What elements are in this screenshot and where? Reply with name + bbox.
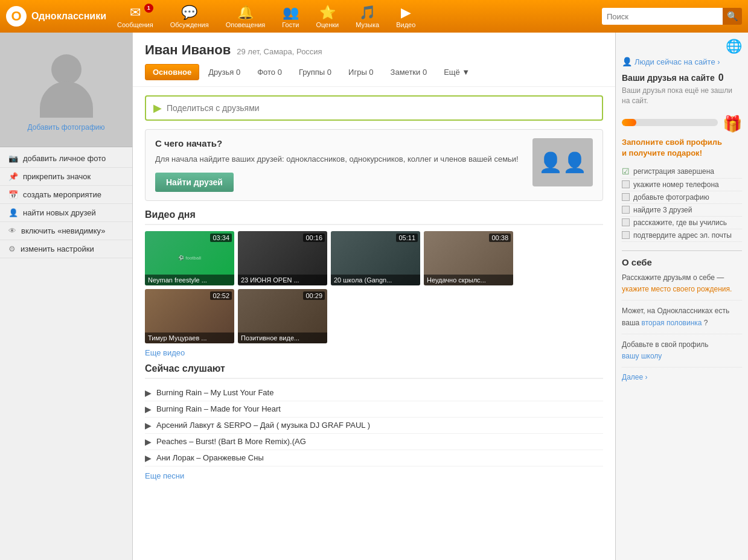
about-link-partner[interactable]: вторая половинка [642, 319, 702, 327]
progress-section: 🎁 Заполните свой профиль и получите пода… [622, 115, 742, 159]
about-link-school[interactable]: вашу школу [622, 352, 662, 360]
nav-item-video[interactable]: ▶ Видео [388, 2, 424, 31]
fill-profile-text: Заполните свой профиль и получите подаро… [622, 137, 742, 159]
friends-on-site-label: Ваши друзья на сайте [622, 73, 715, 83]
play-icon-3[interactable]: ▶ [145, 421, 152, 430]
video-grid: ⚽ football 03:34 Neyman freestyle ... 00… [145, 231, 603, 343]
about-more-link[interactable]: Далее › [622, 373, 647, 381]
get-started-image: 👤👤 [532, 138, 593, 186]
video-duration-1: 03:34 [210, 234, 232, 242]
play-icon-5[interactable]: ▶ [145, 453, 152, 463]
left-sidebar: Добавить фотографию 📷 добавить личное фо… [0, 33, 133, 560]
about-link-birthplace[interactable]: укажите место своего рождения. [622, 285, 732, 293]
notifications-icon: 🔔 [237, 5, 254, 21]
checklist-item-email: подтвердите адрес эл. почты [622, 229, 742, 242]
camera-icon: 📷 [8, 154, 18, 163]
play-icon-2[interactable]: ▶ [145, 404, 152, 414]
share-input[interactable] [167, 103, 595, 113]
people-icon: 👤 [622, 57, 632, 66]
search-area: 🔍 [602, 8, 742, 25]
music-section-title: Сейчас слушают [145, 363, 603, 379]
nav-item-music[interactable]: 🎵 Музыка [347, 2, 388, 31]
video-label-2: 23 ИЮНЯ OPEN ... [238, 275, 327, 285]
video-thumb-3[interactable]: 05:11 20 школа (Gangn... [331, 231, 420, 285]
menu-item-pin-badge[interactable]: 📌 прикрепить значок [0, 168, 132, 186]
tab-more[interactable]: Ещё ▼ [436, 64, 478, 80]
video-thumb-1[interactable]: ⚽ football 03:34 Neyman freestyle ... [145, 231, 234, 285]
video-duration-4: 00:38 [489, 234, 511, 242]
nav-item-ratings[interactable]: ⭐ Оценки [307, 2, 347, 31]
video-label-6: Позитивное виде... [238, 332, 327, 343]
left-menu: 📷 добавить личное фото 📌 прикрепить знач… [0, 147, 132, 261]
progress-bar-outer [622, 119, 718, 126]
track-4: ▶ Peaches – Burst! (Bart B More Remix).(… [145, 434, 603, 450]
menu-item-find-friends[interactable]: 👤 найти новых друзей [0, 204, 132, 222]
tab-friends[interactable]: Друзья 0 [200, 64, 248, 80]
messages-badge: 1 [144, 4, 153, 13]
nav-item-guests[interactable]: 👥 Гости [273, 2, 307, 31]
about-block-2: Может, на Одноклассниках есть ваша втора… [622, 305, 742, 334]
online-people-link[interactable]: 👤 Люди сейчас на сайте › [622, 57, 742, 66]
play-icon-4[interactable]: ▶ [145, 437, 152, 447]
nav-item-notifications[interactable]: 🔔 Оповещения [217, 2, 274, 31]
checkbox-friends-icon [622, 206, 630, 214]
profile-name: Иван Иванов [145, 42, 231, 58]
check-done-icon: ☑ [622, 167, 630, 176]
friends-count: 0 [718, 72, 724, 83]
video-section: Видео дня ⚽ football 03:34 Neyman freest… [145, 209, 603, 357]
more-songs-link[interactable]: Еще песни [145, 471, 603, 480]
top-nav: О Одноклассники ✉ 1 Сообщения 💬 Обсужден… [0, 0, 748, 33]
video-duration-3: 05:11 [396, 234, 418, 242]
video-nav-icon: ▶ [401, 5, 411, 21]
nav-item-messages[interactable]: ✉ 1 Сообщения [109, 2, 162, 31]
menu-item-invisible[interactable]: 👁 включить «невидимку» [0, 222, 132, 240]
video-thumb-2[interactable]: 00:16 23 ИЮНЯ OPEN ... [238, 231, 327, 285]
get-started-box: С чего начать? Для начала найдите ваших … [145, 129, 603, 201]
find-friends-button[interactable]: Найти друзей [155, 173, 234, 192]
menu-item-create-event[interactable]: 📅 создать мероприятие [0, 186, 132, 204]
about-block-3: Добавьте в свой профиль вашу школу [622, 339, 742, 368]
track-5: ▶ Ани Лорак – Оранжевые Сны [145, 450, 603, 466]
tab-notes[interactable]: Заметки 0 [383, 64, 435, 80]
gift-icon: 🎁 [723, 115, 742, 133]
tab-main[interactable]: Основное [145, 64, 199, 80]
video-thumb-4[interactable]: 00:38 Неудачно скрылс... [424, 231, 513, 285]
video-thumb-6[interactable]: 00:29 Позитивное виде... [238, 289, 327, 343]
discussions-icon: 💬 [181, 5, 197, 21]
profile-tabs: Основное Друзья 0 Фото 0 Группы 0 Игры 0… [145, 64, 603, 80]
user-icon: 👤 [8, 208, 18, 217]
music-section: Сейчас слушают ▶ Burning Rain – My Lust … [145, 363, 603, 480]
logo[interactable]: О Одноклассники [6, 6, 109, 27]
logo-icon: О [6, 6, 27, 27]
eye-icon: 👁 [8, 226, 16, 235]
main-nav: ✉ 1 Сообщения 💬 Обсуждения 🔔 Оповещения … [109, 2, 602, 31]
more-videos-link[interactable]: Еще видео [145, 348, 603, 357]
get-started-description: Для начала найдите ваших друзей: однокла… [155, 153, 520, 165]
profile-meta: 29 лет, Самара, Россия [237, 47, 322, 56]
add-photo-link[interactable]: Добавить фотографию [28, 123, 105, 132]
menu-item-add-photo[interactable]: 📷 добавить личное фото [0, 150, 132, 168]
video-duration-2: 00:16 [303, 234, 325, 242]
checklist-item-photo: добавьте фотографию [622, 191, 742, 204]
tab-photos[interactable]: Фото 0 [249, 64, 290, 80]
tab-games[interactable]: Игры 0 [340, 64, 382, 80]
menu-item-settings[interactable]: ⚙ изменить настройки [0, 240, 132, 258]
tab-groups[interactable]: Группы 0 [291, 64, 339, 80]
checklist-item-reg: ☑ регистрация завершена [622, 165, 742, 179]
checkbox-school-icon [622, 218, 630, 226]
pin-icon: 📌 [8, 172, 18, 181]
video-thumb-5[interactable]: 02:52 Тимур Муцураев ... [145, 289, 234, 343]
get-started-text: С чего начать? Для начала найдите ваших … [155, 138, 520, 192]
checklist-item-friends: найдите 3 друзей [622, 204, 742, 217]
video-duration-5: 02:52 [210, 291, 232, 300]
play-icon-1[interactable]: ▶ [145, 388, 152, 398]
profile-photo-area: Добавить фотографию [0, 33, 132, 147]
search-input[interactable] [602, 8, 723, 25]
nav-item-discussions[interactable]: 💬 Обсуждения [162, 2, 217, 31]
checklist-item-school: расскажите, где вы учились [622, 217, 742, 229]
center-content: Иван Иванов 29 лет, Самара, Россия Основ… [133, 33, 615, 560]
calendar-icon: 📅 [8, 190, 18, 199]
search-button[interactable]: 🔍 [723, 8, 742, 25]
about-section: О себе Расскажите друзьям о себе — укажи… [622, 250, 742, 381]
guests-icon: 👥 [283, 5, 299, 21]
